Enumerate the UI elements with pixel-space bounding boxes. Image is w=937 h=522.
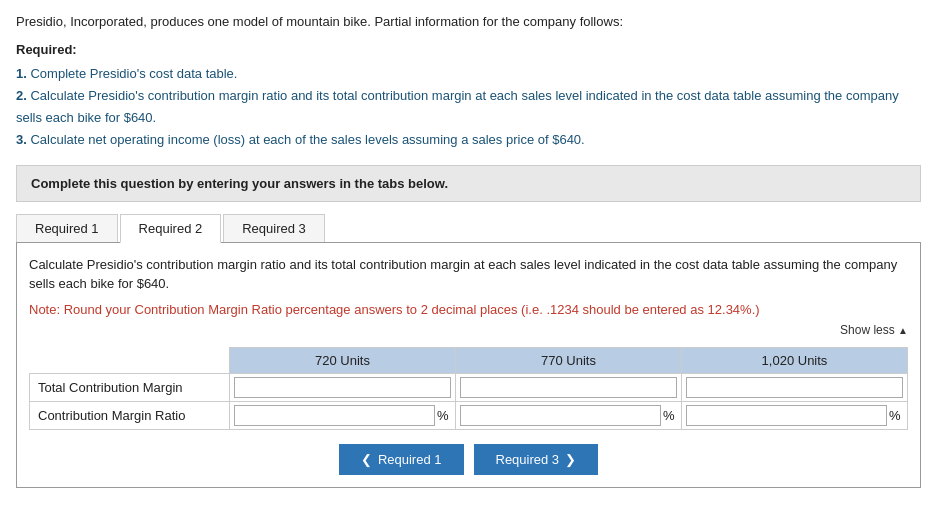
intro-text: Presidio, Incorporated, produces one mod… — [16, 12, 921, 32]
col-header-label — [30, 348, 230, 374]
pct-sign-1020: % — [889, 408, 901, 423]
col-header-770: 770 Units — [456, 348, 682, 374]
req-text-3: Calculate net operating income (loss) at… — [30, 132, 584, 147]
pct-sign-770: % — [663, 408, 675, 423]
prev-arrow-icon — [361, 452, 372, 467]
req-text-2: Calculate Presidio's contribution margin… — [16, 88, 899, 125]
table-row-cmr: Contribution Margin Ratio % % — [30, 402, 908, 430]
input-cmr-1020[interactable] — [686, 405, 887, 426]
col-header-720: 720 Units — [230, 348, 456, 374]
requirement-1: 1. Complete Presidio's cost data table. — [16, 63, 921, 85]
input-cmr-770[interactable] — [460, 405, 661, 426]
description-text: Calculate Presidio's contribution margin… — [29, 255, 908, 294]
cell-tcm-720[interactable] — [230, 374, 456, 402]
row-label-cmr: Contribution Margin Ratio — [30, 402, 230, 430]
requirement-3: 3. Calculate net operating income (loss)… — [16, 129, 921, 151]
tab-required-3[interactable]: Required 3 — [223, 214, 325, 242]
next-button-label: Required 3 — [496, 452, 560, 467]
complete-box: Complete this question by entering your … — [16, 165, 921, 202]
tab-required-1[interactable]: Required 1 — [16, 214, 118, 242]
cell-cmr-1020[interactable]: % — [682, 402, 908, 430]
requirements-list: 1. Complete Presidio's cost data table. … — [16, 63, 921, 151]
cell-tcm-1020[interactable] — [682, 374, 908, 402]
req-number-2: 2. — [16, 88, 27, 103]
show-less-icon: ▲ — [898, 325, 908, 336]
requirement-2: 2. Calculate Presidio's contribution mar… — [16, 85, 921, 129]
req-text-1: Complete Presidio's cost data table. — [30, 66, 237, 81]
input-tcm-1020[interactable] — [686, 377, 903, 398]
cell-cmr-770[interactable]: % — [456, 402, 682, 430]
next-arrow-icon — [565, 452, 576, 467]
input-cmr-720[interactable] — [234, 405, 435, 426]
show-less[interactable]: Show less ▲ — [29, 323, 908, 337]
note-text: Note: Round your Contribution Margin Rat… — [29, 300, 908, 320]
buttons-row: Required 1 Required 3 — [29, 444, 908, 475]
input-tcm-770[interactable] — [460, 377, 677, 398]
prev-button-label: Required 1 — [378, 452, 442, 467]
data-table: 720 Units 770 Units 1,020 Units Total Co… — [29, 347, 908, 430]
input-tcm-720[interactable] — [234, 377, 451, 398]
req-number-3: 3. — [16, 132, 27, 147]
row-label-tcm: Total Contribution Margin — [30, 374, 230, 402]
required-heading: Required: — [16, 42, 921, 57]
cell-tcm-770[interactable] — [456, 374, 682, 402]
pct-sign-720: % — [437, 408, 449, 423]
content-panel: Calculate Presidio's contribution margin… — [16, 243, 921, 489]
next-button[interactable]: Required 3 — [474, 444, 599, 475]
cell-cmr-720[interactable]: % — [230, 402, 456, 430]
complete-box-text: Complete this question by entering your … — [31, 176, 448, 191]
prev-button[interactable]: Required 1 — [339, 444, 464, 475]
tab-required-2[interactable]: Required 2 — [120, 214, 222, 243]
show-less-label[interactable]: Show less — [840, 323, 895, 337]
col-header-1020: 1,020 Units — [682, 348, 908, 374]
tabs-row: Required 1 Required 2 Required 3 — [16, 214, 921, 243]
req-number-1: 1. — [16, 66, 27, 81]
table-row-tcm: Total Contribution Margin — [30, 374, 908, 402]
